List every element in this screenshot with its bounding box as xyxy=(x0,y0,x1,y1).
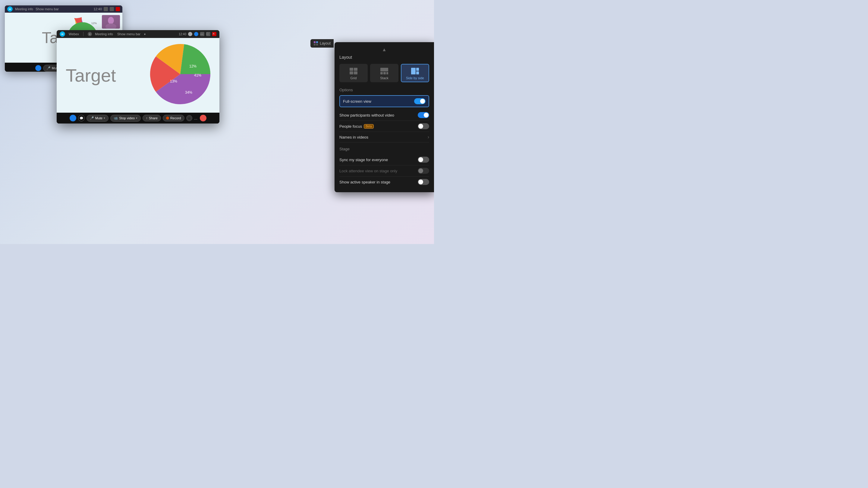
main-record-btn[interactable]: Record xyxy=(163,115,184,121)
layout-panel-header: Layout xyxy=(339,55,429,60)
main-activity-icon xyxy=(70,115,76,121)
record-icon xyxy=(166,117,169,120)
layout-option-grid[interactable]: Grid xyxy=(339,64,368,82)
svg-rect-12 xyxy=(380,68,388,71)
main-meeting-info[interactable]: Meeting info xyxy=(95,32,113,36)
main-record-label: Record xyxy=(170,116,181,120)
svg-rect-9 xyxy=(354,68,358,71)
full-screen-view-row: Full-screen view xyxy=(339,95,429,107)
webex-logo-main: W xyxy=(60,31,65,37)
sync-stage-toggle[interactable] xyxy=(418,157,429,163)
back-activity-icon xyxy=(35,65,41,71)
main-share-btn[interactable]: ↑ Share xyxy=(143,115,161,121)
svg-rect-14 xyxy=(383,72,386,74)
main-reactions-icon[interactable]: ☺ xyxy=(186,115,192,121)
main-webex-text: Webex xyxy=(69,32,79,36)
side-by-side-layout-icon xyxy=(411,67,419,75)
svg-point-2 xyxy=(108,17,114,24)
svg-rect-17 xyxy=(416,68,419,71)
separator xyxy=(83,32,84,36)
svg-rect-16 xyxy=(411,68,415,74)
lock-attendee-toggle[interactable] xyxy=(418,168,429,174)
main-help-btn[interactable] xyxy=(188,32,192,36)
meeting-icon: i xyxy=(88,32,92,36)
main-target-text: Target xyxy=(66,65,116,86)
grid-label: Grid xyxy=(350,76,357,80)
main-maximize[interactable]: □ xyxy=(206,32,210,36)
back-minimize[interactable] xyxy=(104,7,108,11)
show-active-speaker-toggle[interactable] xyxy=(418,179,429,185)
main-mute-chevron: ▾ xyxy=(104,117,105,120)
share-icon: ↑ xyxy=(146,116,148,120)
main-mic-icon: 🎤 xyxy=(90,116,94,120)
main-show-menu-bar[interactable]: Show menu bar xyxy=(117,32,141,36)
sync-stage-row: Sync my stage for everyone xyxy=(339,154,429,165)
stack-label: Stack xyxy=(380,76,389,80)
pie-label-12: 12% xyxy=(189,64,196,68)
main-time: 12:40 xyxy=(179,33,186,36)
svg-rect-18 xyxy=(416,71,419,74)
svg-rect-5 xyxy=(316,41,318,43)
layout-options-group: Grid Stack Side by side xyxy=(339,64,429,82)
back-window-controls: 12:40 xyxy=(93,7,120,11)
people-focus-toggle[interactable] xyxy=(418,123,429,129)
main-stop-video-btn[interactable]: 📹 Stop video ▾ xyxy=(110,115,141,122)
show-active-speaker-label: Show active speaker in stage xyxy=(339,180,390,184)
main-minimize[interactable]: — xyxy=(200,32,204,36)
webex-logo-back: W xyxy=(7,6,13,12)
svg-rect-13 xyxy=(380,72,383,74)
side-by-side-label: Side by side xyxy=(406,76,424,80)
svg-rect-7 xyxy=(316,44,318,45)
stage-section-header: Stage xyxy=(339,147,429,151)
beta-badge: Beta xyxy=(364,124,374,129)
main-bottom-bar: 💬 🎤 Mute ▾ 📹 Stop video ▾ ↑ Share Record… xyxy=(57,113,219,124)
back-mic-icon: 🎤 xyxy=(46,66,51,70)
svg-rect-8 xyxy=(350,68,353,71)
back-maximize[interactable] xyxy=(110,7,114,11)
show-participants-toggle[interactable] xyxy=(418,112,429,118)
stack-layout-icon xyxy=(380,67,389,75)
svg-rect-10 xyxy=(350,71,353,74)
grid-layout-icon xyxy=(349,67,358,75)
sync-stage-label: Sync my stage for everyone xyxy=(339,158,388,162)
options-section-header: Options xyxy=(339,88,429,92)
people-focus-row: People focus Beta xyxy=(339,121,429,132)
main-chat-icon[interactable]: 💬 xyxy=(78,115,85,121)
pie-label-13: 13% xyxy=(170,79,177,84)
layout-option-side-by-side[interactable]: Side by side xyxy=(401,64,429,82)
main-mute-btn[interactable]: 🎤 Mute ▾ xyxy=(87,115,108,122)
names-in-videos-label: Names in videos xyxy=(339,135,368,139)
full-screen-toggle[interactable] xyxy=(414,98,426,104)
main-avatar[interactable] xyxy=(194,32,198,36)
full-screen-label: Full-screen view xyxy=(343,99,371,104)
names-in-videos-row[interactable]: Names in videos › xyxy=(339,132,429,142)
main-close[interactable]: ✕ xyxy=(212,32,216,36)
svg-rect-6 xyxy=(314,44,315,45)
people-focus-label: People focus Beta xyxy=(339,124,374,129)
main-more-btn[interactable]: ... xyxy=(194,116,198,121)
layout-tab-icon xyxy=(313,41,318,46)
back-close[interactable] xyxy=(116,7,120,11)
show-menu-chevron: ▾ xyxy=(144,33,146,36)
main-window-controls: 12:40 — □ ✕ xyxy=(179,32,216,36)
back-show-menu-bar[interactable]: Show menu bar xyxy=(36,7,59,11)
names-in-videos-chevron: › xyxy=(428,134,429,140)
main-mute-label: Mute xyxy=(95,116,102,120)
layout-option-stack[interactable]: Stack xyxy=(370,64,398,82)
svg-rect-4 xyxy=(314,41,315,43)
lock-attendee-row: Lock attendee view on stage only xyxy=(339,165,429,176)
people-focus-text: People focus xyxy=(339,124,362,129)
main-content: Target 12% 13% 34% 41% xyxy=(57,38,219,113)
chat-icon-symbol: 💬 xyxy=(80,117,83,120)
main-titlebar: W Webex i Meeting info Show menu bar ▾ 1… xyxy=(57,30,219,38)
back-pie-label-12: 12% xyxy=(91,22,97,25)
main-video-icon: 📹 xyxy=(114,116,118,120)
show-participants-label: Show participants without video xyxy=(339,113,394,118)
end-call-btn[interactable] xyxy=(200,115,207,121)
pie-label-34: 34% xyxy=(185,90,192,95)
layout-tab-label: Layout xyxy=(320,41,331,45)
lock-attendee-label: Lock attendee view on stage only xyxy=(339,169,397,173)
layout-tab-button[interactable]: Layout xyxy=(310,39,334,47)
back-meeting-info[interactable]: Meeting info xyxy=(15,7,33,11)
panel-expand-arrow[interactable]: ▲ xyxy=(339,47,429,53)
